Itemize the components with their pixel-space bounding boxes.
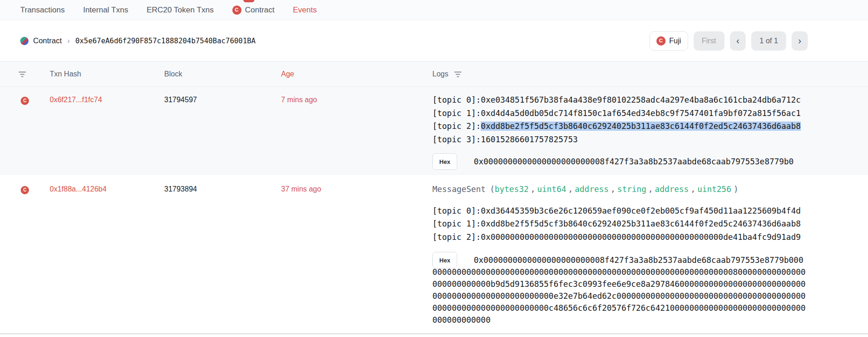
- column-header-logs: Logs: [432, 70, 448, 78]
- contract-c-icon: C: [232, 6, 241, 15]
- block-number: 31794597: [164, 87, 281, 107]
- events-table: Txn Hash Block Age Logs C 0x6f217...f1fc…: [0, 62, 868, 334]
- breadcrumb-contract-label: Contract: [33, 36, 62, 45]
- network-badge-fuji[interactable]: C Fuji: [650, 31, 688, 51]
- tab-transactions[interactable]: Transactions: [20, 6, 65, 15]
- hex-toggle-button[interactable]: Hex: [432, 252, 457, 268]
- cut-off-red-indicator: [243, 0, 254, 2]
- topic-line: [topic 3]:16015286601757825753: [432, 133, 807, 146]
- tab-bar: Transactions Internal Txns ERC20 Token T…: [0, 0, 868, 20]
- tab-contract-label: Contract: [245, 6, 275, 15]
- topic-line: [topic 0]:0xe034851f567b38fa4a438e9f8010…: [432, 93, 807, 107]
- topic-line: [topic 2]:0xdd8be2f5f5d5cf3b8640c6292402…: [432, 120, 807, 133]
- contract-row-badge: C: [21, 186, 29, 194]
- event-log-row: C 0x1f88a...4126b4 31793894 37 mins ago …: [0, 174, 868, 334]
- param-type: address: [575, 185, 609, 194]
- contract-identicon: [20, 37, 29, 45]
- topic-line: [topic 1]:0xdd8be2f5f5d5cf3b8640c6292402…: [432, 217, 807, 231]
- event-log-row: C 0x6f217...f1fc74 31794597 7 mins ago […: [0, 87, 868, 174]
- contract-header: Contract › 0x5e67eA6d6f290F857c1888204b7…: [0, 20, 868, 62]
- param-type: string: [617, 185, 646, 194]
- param-type: uint256: [697, 185, 731, 194]
- log-data-block: Hex 0x0000000000000000000000008f427f3a3a…: [432, 252, 807, 326]
- hex-toggle-button[interactable]: Hex: [432, 153, 457, 170]
- log-data-block: Hex 0x0000000000000000000000008f427f3a3a…: [432, 153, 807, 168]
- pagination-prev-button[interactable]: ‹: [730, 31, 746, 51]
- contract-row-badge: C: [21, 97, 29, 105]
- column-header-age[interactable]: Age: [281, 70, 432, 78]
- column-header-block: Block: [164, 70, 281, 78]
- column-header-txn-hash: Txn Hash: [50, 70, 164, 78]
- tab-erc20-token-txns[interactable]: ERC20 Token Txns: [147, 6, 214, 15]
- log-hex-data: 0x0000000000000000000000008f427f3a3a8b25…: [432, 252, 807, 326]
- txn-hash-link[interactable]: 0x6f217...f1fc74: [50, 96, 102, 104]
- block-number: 31793894: [164, 174, 281, 196]
- topic-line: [topic 1]:0xd4d4a5d0db05dc714f8150c1af65…: [432, 107, 807, 120]
- network-badge-label: Fuji: [669, 37, 681, 45]
- event-signature: MessageSent(bytes32,uint64,address,strin…: [432, 183, 807, 196]
- topic-line: [topic 0]:0xd36445359b3c6e26c120659aef09…: [432, 204, 807, 218]
- breadcrumb-separator-icon: ›: [67, 37, 69, 45]
- tab-internal-txns[interactable]: Internal Txns: [83, 6, 128, 15]
- txn-hash-link[interactable]: 0x1f88a...4126b4: [50, 185, 107, 193]
- topic-line: [topic 2]:0x0000000000000000000000000000…: [432, 231, 807, 244]
- param-type: address: [655, 185, 689, 194]
- age-value: 37 mins ago: [281, 174, 432, 196]
- selected-topic-value: 0xdd8be2f5f5d5cf3b8640c62924025b311ae83c…: [481, 122, 800, 131]
- logs-filter-icon[interactable]: [454, 71, 462, 78]
- pagination-page-indicator: 1 of 1: [751, 31, 786, 51]
- tab-events[interactable]: Events: [293, 6, 317, 15]
- event-name: MessageSent: [432, 185, 486, 194]
- contract-address: 0x5e67eA6d6f290F857c1888204b7540Bac76001…: [75, 37, 256, 45]
- table-header-row: Txn Hash Block Age Logs: [0, 62, 868, 87]
- param-type: bytes32: [494, 185, 529, 194]
- age-value: 7 mins ago: [281, 87, 432, 107]
- log-hex-data: 0x0000000000000000000000008f427f3a3a8b25…: [432, 153, 807, 168]
- pagination-first-button[interactable]: First: [694, 31, 724, 51]
- fuji-c-icon: C: [656, 36, 666, 46]
- tab-contract[interactable]: C Contract: [232, 6, 275, 15]
- param-type: uint64: [537, 185, 566, 194]
- pagination-next-button[interactable]: ›: [792, 31, 808, 51]
- filter-icon[interactable]: [18, 71, 50, 78]
